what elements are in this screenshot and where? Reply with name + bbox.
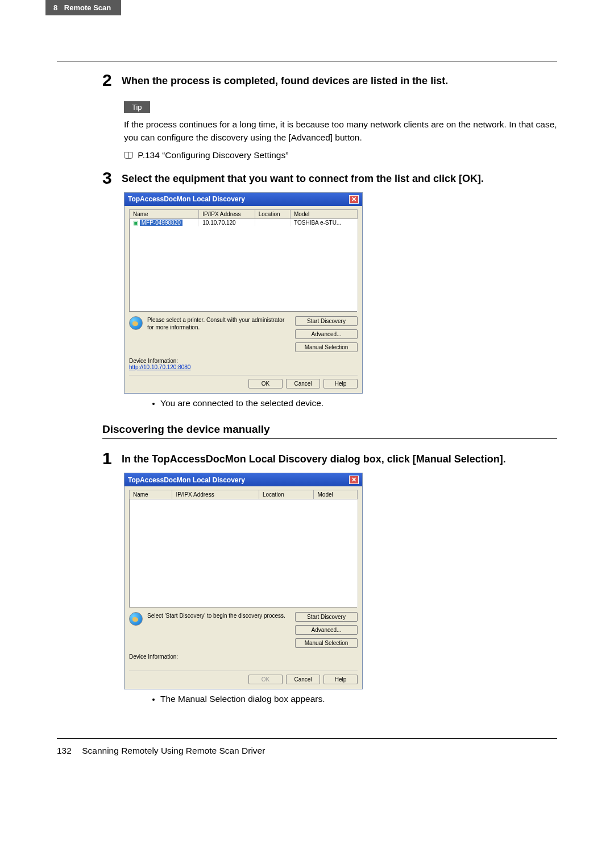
page-footer: 132 Scanning Remotely Using Remote Scan … xyxy=(57,746,557,773)
device-name: MFP-04998820 xyxy=(140,220,182,226)
device-table: Name IP/IPX Address Location Model xyxy=(129,490,358,607)
device-ip: 10.10.70.120 xyxy=(199,218,255,226)
subsection-divider xyxy=(102,438,557,439)
dialog-titlebar: TopAccessDocMon Local Discovery ✕ xyxy=(125,193,362,206)
step-note: The Manual Selection dialog box appears. xyxy=(124,694,557,704)
footer-section-title: Scanning Remotely Using Remote Scan Driv… xyxy=(82,746,265,755)
advanced-button[interactable]: Advanced... xyxy=(295,625,358,635)
cancel-button[interactable]: Cancel xyxy=(286,675,320,684)
device-info-link[interactable]: http://10.10.70.120:8080 xyxy=(129,364,190,370)
manual-selection-button[interactable]: Manual Selection xyxy=(295,638,358,648)
col-name[interactable]: Name xyxy=(130,209,199,218)
col-ip[interactable]: IP/IPX Address xyxy=(199,209,255,218)
col-location[interactable]: Location xyxy=(259,490,314,499)
device-location xyxy=(255,218,290,226)
step-number: 1 xyxy=(102,450,122,467)
device-info-label: Device Information: xyxy=(129,358,178,364)
device-info-label: Device Information: xyxy=(129,654,178,660)
step-title: In the TopAccessDocMon Local Discovery d… xyxy=(122,450,506,466)
chapter-title: Remote Scan xyxy=(64,3,111,12)
col-model[interactable]: Model xyxy=(291,209,358,218)
start-discovery-button[interactable]: Start Discovery xyxy=(295,316,358,326)
bullet-icon xyxy=(152,403,155,405)
globe-icon xyxy=(129,612,143,626)
step-3: 3 Select the equipment that you want to … xyxy=(102,170,557,187)
close-icon[interactable]: ✕ xyxy=(349,476,359,484)
step-2: 2 When the process is completed, found d… xyxy=(102,72,557,89)
col-location[interactable]: Location xyxy=(255,209,290,218)
manual-selection-button[interactable]: Manual Selection xyxy=(295,342,358,352)
ok-button: OK xyxy=(248,675,283,684)
start-discovery-button[interactable]: Start Discovery xyxy=(295,612,358,622)
top-divider xyxy=(57,61,557,61)
dialog-title: TopAccessDocMon Local Discovery xyxy=(128,195,245,203)
step-title: Select the equipment that you want to co… xyxy=(122,170,484,185)
cancel-button[interactable]: Cancel xyxy=(286,379,320,388)
discovery-dialog-empty: TopAccessDocMon Local Discovery ✕ Name I… xyxy=(124,473,363,689)
ok-button[interactable]: OK xyxy=(248,379,283,388)
step-number: 2 xyxy=(102,72,122,89)
device-row[interactable]: ▣ MFP-04998820 10.10.70.120 TOSHIBA e-ST… xyxy=(130,218,358,226)
device-icon: ▣ xyxy=(133,220,138,226)
bullet-icon xyxy=(152,698,155,701)
col-model[interactable]: Model xyxy=(314,490,358,499)
chapter-header: 8 Remote Scan xyxy=(45,0,121,15)
col-name[interactable]: Name xyxy=(130,490,172,499)
subsection-heading: Discovering the device manually xyxy=(102,423,557,436)
dialog-message: Select 'Start Discovery' to begin the di… xyxy=(147,612,291,619)
col-ip[interactable]: IP/IPX Address xyxy=(172,490,259,499)
discovery-dialog-populated: TopAccessDocMon Local Discovery ✕ Name I… xyxy=(124,192,363,394)
globe-icon xyxy=(129,316,143,330)
help-button[interactable]: Help xyxy=(323,675,358,684)
advanced-button[interactable]: Advanced... xyxy=(295,329,358,339)
dialog-message: Please select a printer. Consult with yo… xyxy=(147,316,291,331)
help-button[interactable]: Help xyxy=(323,379,358,388)
close-icon[interactable]: ✕ xyxy=(349,195,359,204)
dialog-title: TopAccessDocMon Local Discovery xyxy=(128,476,245,484)
page-reference: P.134 “Configuring Discovery Settings” xyxy=(124,150,557,160)
dialog-titlebar: TopAccessDocMon Local Discovery ✕ xyxy=(125,473,362,486)
step-1-manual: 1 In the TopAccessDocMon Local Discovery… xyxy=(102,450,557,467)
device-info: Device Information: http://10.10.70.120:… xyxy=(129,358,358,370)
reference-text: P.134 “Configuring Discovery Settings” xyxy=(138,150,288,160)
page-number: 132 xyxy=(57,746,72,755)
bottom-divider xyxy=(57,738,557,739)
step-number: 3 xyxy=(102,170,122,187)
book-icon xyxy=(124,152,133,159)
device-table: Name IP/IPX Address Location Model ▣ MFP… xyxy=(129,209,358,312)
device-model: TOSHIBA e-STU... xyxy=(291,218,358,226)
tip-badge: Tip xyxy=(124,101,150,113)
step-note: You are connected to the selected device… xyxy=(124,398,557,408)
step-title: When the process is completed, found dev… xyxy=(122,72,448,88)
tip-text: If the process continues for a long time… xyxy=(124,118,557,144)
chapter-number: 8 xyxy=(53,3,57,12)
device-info: Device Information: xyxy=(129,654,358,666)
